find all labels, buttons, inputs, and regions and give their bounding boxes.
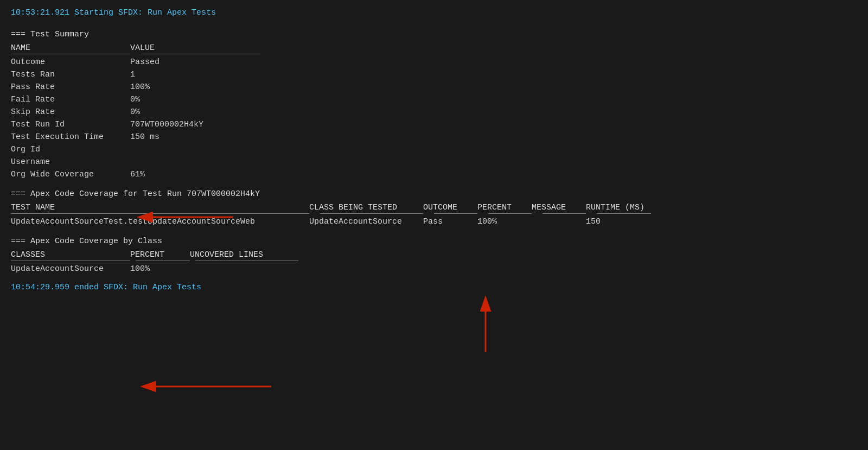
class-col-percent: PERCENT <box>130 250 190 259</box>
apex-coverage-header: === Apex Code Coverage for Test Run 707W… <box>11 188 857 201</box>
class-col-classes: CLASSES <box>11 250 130 259</box>
class-coverage-row: UpdateAccountSource 100% <box>11 264 857 274</box>
summary-row-name: Fail Rate <box>11 95 130 104</box>
apex-col-runtime: RUNTIME (MS) <box>586 203 651 212</box>
test-summary-table: NAME VALUE Outcome Passed Tests Ran 1 Pa… <box>11 43 857 179</box>
apex-col-test-name: TEST NAME <box>11 203 309 212</box>
summary-row-value: 100% <box>130 83 347 92</box>
apex-row-outcome: Pass <box>423 217 477 226</box>
terminal-end-line: 10:54:29.959 ended SFDX: Run Apex Tests <box>11 281 857 294</box>
apex-col-message: MESSAGE <box>532 203 586 212</box>
test-summary-row: Username <box>11 157 857 167</box>
summary-row-value <box>130 145 347 154</box>
class-col-uncovered: UNCOVERED LINES <box>190 250 298 259</box>
test-summary-row: Outcome Passed <box>11 58 857 67</box>
summary-row-value <box>130 157 347 167</box>
summary-row-value: 0% <box>130 107 347 117</box>
apex-col-outcome: OUTCOME <box>423 203 477 212</box>
apex-col-class: CLASS BEING TESTED <box>309 203 423 212</box>
apex-coverage-table: TEST NAME CLASS BEING TESTED OUTCOME PER… <box>11 203 857 226</box>
summary-row-name: Org Id <box>11 145 130 154</box>
class-row-percent: 100% <box>130 264 190 274</box>
summary-row-value: 61% <box>130 170 347 179</box>
test-summary-row: Test Run Id 707WT000002H4kY <box>11 120 857 129</box>
summary-row-name: Skip Rate <box>11 107 130 117</box>
summary-row-name: Tests Ran <box>11 70 130 79</box>
apex-class-coverage-header: === Apex Code Coverage by Class <box>11 235 857 248</box>
test-summary-row: Org Id <box>11 145 857 154</box>
summary-row-name: Test Execution Time <box>11 132 130 142</box>
test-summary-col-value: VALUE <box>130 43 347 53</box>
apex-row-message <box>532 217 586 226</box>
summary-row-name: Test Run Id <box>11 120 130 129</box>
class-row-name: UpdateAccountSource <box>11 264 130 274</box>
apex-class-coverage-table: CLASSES PERCENT UNCOVERED LINES UpdateAc… <box>11 250 857 274</box>
summary-row-value: Passed <box>130 58 347 67</box>
apex-coverage-row: UpdateAccountSourceTest.testUpdateAccoun… <box>11 217 857 226</box>
summary-row-value: 707WT000002H4kY <box>130 120 347 129</box>
class-row-uncovered <box>190 264 298 274</box>
test-summary-row: Fail Rate 0% <box>11 95 857 104</box>
terminal-start-line: 10:53:21.921 Starting SFDX: Run Apex Tes… <box>11 7 857 20</box>
test-summary-row: Org Wide Coverage 61% <box>11 170 857 179</box>
test-summary-row: Pass Rate 100% <box>11 83 857 92</box>
summary-row-value: 0% <box>130 95 347 104</box>
summary-row-name: Org Wide Coverage <box>11 170 130 179</box>
summary-row-value: 1 <box>130 70 347 79</box>
test-summary-row: Skip Rate 0% <box>11 107 857 117</box>
test-summary-header: === Test Summary <box>11 28 857 41</box>
apex-row-test-name: UpdateAccountSourceTest.testUpdateAccoun… <box>11 217 309 226</box>
test-summary-row: Test Execution Time 150 ms <box>11 132 857 142</box>
apex-row-percent: 100% <box>477 217 532 226</box>
summary-row-value: 150 ms <box>130 132 347 142</box>
summary-row-name: Pass Rate <box>11 83 130 92</box>
summary-row-name: Username <box>11 157 130 167</box>
apex-col-percent: PERCENT <box>477 203 532 212</box>
apex-row-class: UpdateAccountSource <box>309 217 423 226</box>
test-summary-row: Tests Ran 1 <box>11 70 857 79</box>
test-summary-col-name: NAME <box>11 43 130 53</box>
summary-row-name: Outcome <box>11 58 130 67</box>
apex-row-runtime: 150 <box>586 217 651 226</box>
